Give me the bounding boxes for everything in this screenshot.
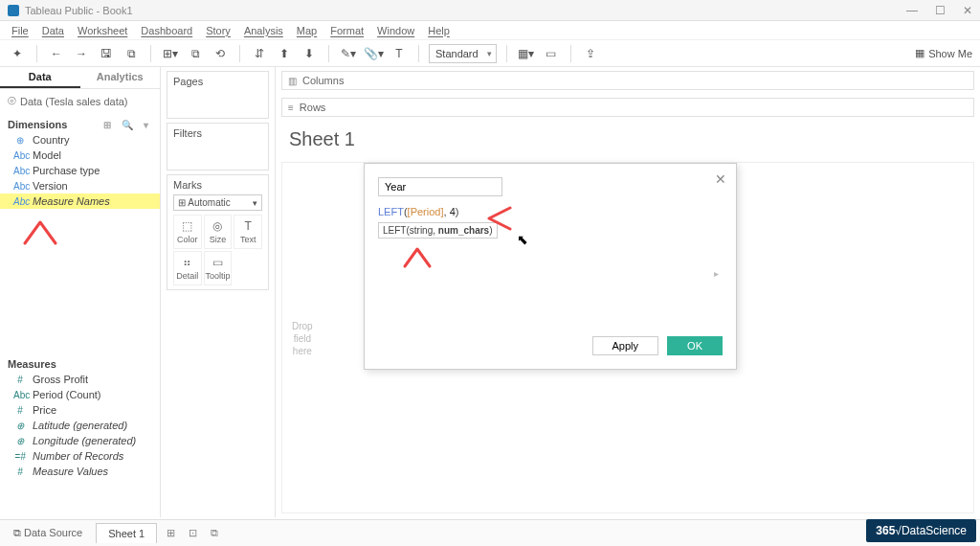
rows-icon: ≡ — [288, 102, 294, 113]
cursor-icon: ⬉ — [517, 232, 528, 247]
side-panel: Pages Filters Marks ⊞ Automatic▾ ⬚Color … — [161, 67, 276, 517]
swap-icon[interactable]: ⇵ — [250, 44, 269, 63]
hash-icon: # — [13, 466, 27, 477]
field-gross-profit[interactable]: #Gross Profit — [0, 372, 160, 387]
columns-shelf[interactable]: ▥ Columns — [281, 71, 974, 90]
abc-icon: Abc — [13, 196, 27, 207]
field-period-count[interactable]: AbcPeriod (Count) — [0, 387, 160, 402]
sheet-title[interactable]: Sheet 1 — [276, 121, 980, 158]
globe-icon: ⊕ — [13, 421, 27, 431]
apply-button[interactable]: Apply — [592, 336, 659, 355]
close-window-icon[interactable]: ✕ — [963, 4, 972, 17]
marks-detail[interactable]: ⠶Detail — [173, 251, 202, 285]
pages-card[interactable]: Pages — [167, 71, 269, 119]
field-latitude[interactable]: ⊕Latitude (generated) — [0, 418, 160, 433]
showme-icon: ▦ — [915, 47, 924, 59]
calc-name-input[interactable] — [378, 177, 502, 196]
tableau-logo-icon — [8, 5, 19, 16]
abc-icon: Abc — [13, 390, 27, 400]
title-bar: Tableau Public - Book1 — ☐ ✕ — [0, 0, 980, 21]
show-me-button[interactable]: ▦ Show Me — [915, 47, 972, 59]
marks-type-dropdown[interactable]: ⊞ Automatic▾ — [173, 194, 262, 211]
globe-icon: ⊕ — [13, 436, 27, 446]
back-icon[interactable]: ← — [47, 44, 66, 63]
labels-icon[interactable]: T — [390, 44, 409, 63]
field-measure-names[interactable]: AbcMeasure Names — [0, 193, 160, 209]
presentation-icon[interactable]: ▭ — [542, 44, 561, 63]
maximize-icon[interactable]: ☐ — [935, 4, 946, 17]
menu-window[interactable]: Window — [373, 23, 418, 38]
toolbar: ✦ ← → 🖫 ⧉ ⊞▾ ⧉ ⟲ ⇵ ⬆ ⬇ ✎▾ 📎▾ T Standard … — [0, 40, 980, 67]
field-version[interactable]: AbcVersion — [0, 178, 160, 193]
cards-icon[interactable]: ▦▾ — [517, 44, 536, 63]
menu-bar: File Data Worksheet Dashboard Story Anal… — [0, 21, 980, 40]
marks-size[interactable]: ◎Size — [204, 215, 233, 249]
globe-icon: ⊕ — [13, 135, 27, 146]
group-icon[interactable]: 📎▾ — [364, 44, 384, 63]
field-longitude[interactable]: ⊕Longitude (generated) — [0, 433, 160, 448]
field-price[interactable]: #Price — [0, 402, 160, 418]
tableau-icon[interactable]: ✦ — [8, 44, 27, 63]
tab-data[interactable]: Data — [0, 67, 80, 88]
brand-badge: 365√DataScience — [866, 519, 976, 542]
menu-help[interactable]: Help — [424, 23, 454, 38]
calc-formula-editor[interactable]: LEFT([Period], 4) LEFT(string, num_chars… — [378, 206, 723, 330]
new-worksheet-icon[interactable]: ⊞ — [163, 527, 179, 539]
menu-dashboard[interactable]: Dashboard — [137, 23, 196, 38]
rows-shelf[interactable]: ≡ Rows — [281, 98, 974, 117]
columns-icon: ▥ — [288, 76, 297, 86]
share-icon[interactable]: ⇪ — [581, 44, 600, 63]
window-title: Tableau Public - Book1 — [25, 5, 133, 16]
dimension-tools[interactable]: ⊞ 🔍 ▾ — [103, 120, 152, 130]
clear-icon[interactable]: ⟲ — [211, 44, 230, 63]
menu-story[interactable]: Story — [202, 23, 234, 38]
marks-tooltip[interactable]: ▭Tooltip — [204, 251, 233, 285]
bottom-tab-bar: ⧉ Data Source Sheet 1 ⊞ ⊡ ⧉ — [0, 519, 980, 546]
calculated-field-dialog: ✕ LEFT([Period], 4) LEFT(string, num_cha… — [364, 163, 737, 370]
hash-icon: # — [13, 405, 27, 416]
highlight-icon[interactable]: ✎▾ — [339, 44, 358, 63]
data-source-item[interactable]: ⦾ Data (Tesla sales data) — [0, 89, 160, 113]
close-icon[interactable]: ✕ — [715, 171, 726, 187]
dimensions-header: Dimensions ⊞ 🔍 ▾ — [0, 113, 160, 132]
save-icon[interactable]: 🖫 — [97, 44, 116, 63]
hash-icon: # — [13, 375, 27, 385]
abc-icon: Abc — [13, 181, 27, 192]
fit-dropdown[interactable]: Standard — [429, 44, 497, 63]
new-story-icon[interactable]: ⧉ — [207, 527, 222, 539]
text-icon: T — [234, 219, 261, 233]
field-measure-values[interactable]: #Measure Values — [0, 464, 160, 479]
datasource-icon: ⦾ — [8, 95, 16, 107]
filters-card[interactable]: Filters — [167, 123, 269, 171]
tab-analytics[interactable]: Analytics — [80, 67, 161, 88]
new-datasource-icon[interactable]: ⧉ — [122, 44, 141, 63]
sort-desc-icon[interactable]: ⬇ — [300, 44, 319, 63]
sheet-tab[interactable]: Sheet 1 — [96, 523, 157, 543]
menu-map[interactable]: Map — [293, 23, 321, 38]
marks-text[interactable]: TText — [234, 215, 262, 249]
field-purchase-type[interactable]: AbcPurchase type — [0, 163, 160, 178]
color-icon: ⬚ — [174, 219, 201, 233]
new-sheet-icon[interactable]: ⊞▾ — [161, 44, 180, 63]
menu-worksheet[interactable]: Worksheet — [74, 23, 131, 38]
menu-file[interactable]: File — [8, 23, 33, 38]
duplicate-icon[interactable]: ⧉ — [186, 44, 205, 63]
ok-button[interactable]: OK — [667, 336, 723, 355]
tooltip-icon: ▭ — [205, 256, 232, 269]
marks-color[interactable]: ⬚Color — [173, 215, 202, 249]
function-hint: LEFT(string, num_chars) — [378, 222, 498, 239]
menu-analysis[interactable]: Analysis — [240, 23, 287, 38]
new-dashboard-icon[interactable]: ⊡ — [185, 527, 201, 539]
menu-data[interactable]: Data — [38, 23, 68, 38]
field-country[interactable]: ⊕Country — [0, 132, 160, 148]
abc-icon: Abc — [13, 166, 27, 176]
menu-format[interactable]: Format — [326, 23, 368, 38]
field-model[interactable]: AbcModel — [0, 148, 160, 163]
field-number-of-records[interactable]: =#Number of Records — [0, 448, 160, 464]
datasource-tab[interactable]: ⧉ Data Source — [6, 523, 90, 543]
minimize-icon[interactable]: — — [906, 4, 918, 17]
sort-asc-icon[interactable]: ⬆ — [275, 44, 294, 63]
expand-handle-icon[interactable]: ▸ — [714, 268, 719, 279]
marks-card: Marks ⊞ Automatic▾ ⬚Color ◎Size TText ⠶D… — [167, 174, 269, 290]
forward-icon[interactable]: → — [72, 44, 91, 63]
